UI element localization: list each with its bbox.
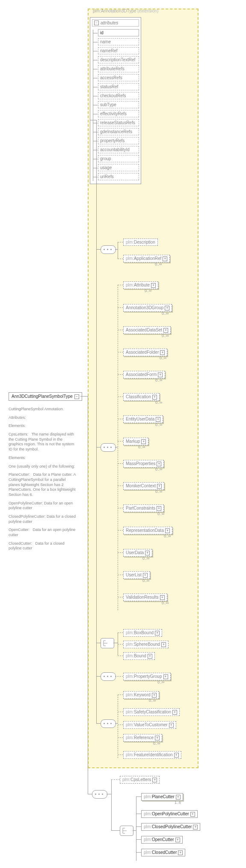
attr-attributerefs[interactable]: attributeRefs bbox=[98, 65, 139, 72]
elem-applicationref[interactable]: plm:ApplicationRef+ bbox=[123, 255, 170, 262]
seq-connector bbox=[101, 245, 116, 254]
attr-usage[interactable]: usage bbox=[98, 164, 139, 171]
expand-icon[interactable]: + bbox=[157, 462, 161, 466]
attr-group[interactable]: group bbox=[98, 155, 139, 162]
collapse-icon[interactable]: − bbox=[94, 21, 99, 25]
description-block: CuttingPlaneSymbol Annotation. Attribute… bbox=[9, 407, 77, 555]
expand-icon[interactable]: + bbox=[158, 373, 163, 377]
attr-nameref[interactable]: nameRef bbox=[98, 47, 139, 54]
expand-icon[interactable]: + bbox=[163, 328, 168, 333]
expand-icon[interactable]: + bbox=[169, 723, 174, 728]
elem-entityuserdata[interactable]: EntityUserData+ bbox=[123, 415, 163, 423]
expand-icon[interactable]: + bbox=[163, 674, 168, 679]
elem-opencutter[interactable]: plm:OpenCutter+ bbox=[141, 836, 183, 844]
expand-icon[interactable]: + bbox=[193, 825, 198, 829]
elem-valuetocustomer[interactable]: plm:ValueToCustomer+ bbox=[123, 721, 176, 729]
expand-icon[interactable]: + bbox=[143, 573, 148, 578]
attr-gdeinstancerefs[interactable]: gdeInstanceRefs bbox=[98, 128, 139, 135]
expand-icon[interactable]: + bbox=[172, 710, 177, 715]
attr-effectivityrefs[interactable]: effectivityRefs bbox=[98, 110, 139, 117]
expand-icon[interactable]: + bbox=[178, 850, 183, 855]
attr-accessrefs[interactable]: accessRefs bbox=[98, 74, 139, 81]
expand-icon[interactable]: + bbox=[155, 736, 160, 740]
desc-p3: CpsLetters: The name displayed with the … bbox=[9, 432, 77, 452]
elem-userdata[interactable]: UserData+ bbox=[123, 549, 152, 557]
elem-bound[interactable]: plm:Bound+ bbox=[123, 652, 155, 660]
expand-icon[interactable]: + bbox=[151, 283, 156, 288]
desc-p2: Elements: bbox=[9, 424, 77, 429]
attributes-box: − attributes idnamenameRefdescriptionTex… bbox=[90, 17, 141, 184]
expand-icon[interactable]: + bbox=[174, 753, 179, 758]
expand-icon[interactable]: + bbox=[165, 528, 170, 533]
elem-classification[interactable]: Classification+ bbox=[123, 393, 160, 401]
elem-boxbound[interactable]: plm:BoxBound+ bbox=[123, 629, 162, 637]
collapse-icon[interactable]: − bbox=[74, 394, 79, 399]
elem-validationresults[interactable]: ValidationResults+ bbox=[123, 594, 167, 601]
expand-icon[interactable]: + bbox=[161, 642, 166, 647]
expand-icon[interactable]: + bbox=[175, 838, 180, 842]
elem-planecutter[interactable]: plm:PlaneCutter+ bbox=[141, 793, 183, 801]
attr-descriptiontextref[interactable]: descriptionTextRef bbox=[98, 56, 139, 63]
attr-statusref[interactable]: statusRef bbox=[98, 83, 139, 90]
root-type[interactable]: Ann3DCuttingPlaneSymbolType− bbox=[9, 392, 82, 401]
elem-cpsletters[interactable]: plm:CpsLetters+ bbox=[120, 776, 160, 784]
expand-icon[interactable]: + bbox=[145, 551, 150, 555]
expand-icon[interactable]: + bbox=[160, 350, 165, 355]
elem-partconstraints[interactable]: PartConstraints+ bbox=[123, 504, 164, 512]
elem-associateddataset[interactable]: AssociatedDataSet+ bbox=[123, 326, 171, 334]
cardinality: 0..∞ bbox=[142, 556, 149, 561]
elem-massproperties[interactable]: MassProperties+ bbox=[123, 460, 164, 468]
attr-propertyrefs[interactable]: propertyRefs bbox=[98, 137, 139, 144]
elem-attribute[interactable]: plm:Attribute+ bbox=[123, 281, 158, 289]
elem-closedpolylinecutter[interactable]: plm:ClosedPolylineCutter+ bbox=[141, 823, 200, 831]
attr-id[interactable]: id bbox=[98, 29, 139, 36]
cardinality: 0..∞ bbox=[162, 334, 169, 338]
expand-icon[interactable]: + bbox=[148, 654, 152, 659]
expand-icon[interactable]: + bbox=[190, 812, 195, 817]
elem-description[interactable]: plm:Description bbox=[123, 239, 158, 246]
root-type-label: Ann3DCuttingPlaneSymbolType bbox=[12, 394, 73, 399]
desc-p9: OpenCutter: Data for an open polyline cu… bbox=[9, 528, 77, 537]
elem-representationdata[interactable]: RepresentationData+ bbox=[123, 527, 172, 534]
elem-markup[interactable]: Markup+ bbox=[123, 438, 148, 445]
expand-icon[interactable]: + bbox=[155, 631, 160, 635]
expand-icon[interactable]: + bbox=[152, 778, 157, 782]
attr-checkoutrefs[interactable]: checkoutRefs bbox=[98, 92, 139, 99]
elem-spherebound[interactable]: plm:SphereBound+ bbox=[123, 641, 169, 648]
cardinality: 0..∞ bbox=[162, 311, 169, 316]
elem-userlist[interactable]: UserList+ bbox=[123, 571, 150, 579]
elem-closedcutter[interactable]: plm:ClosedCutter+ bbox=[141, 849, 185, 856]
expand-icon[interactable]: + bbox=[152, 693, 157, 698]
elem-associatedform[interactable]: AssociatedForm+ bbox=[123, 371, 165, 379]
elem-propertygroup[interactable]: plm:PropertyGroup+ bbox=[123, 673, 171, 680]
expand-icon[interactable]: + bbox=[156, 417, 160, 422]
expand-icon[interactable]: + bbox=[157, 506, 161, 511]
attr-releasestatusrefs[interactable]: releaseStatusRefs bbox=[98, 119, 139, 126]
elem-reference[interactable]: plm:Reference+ bbox=[123, 734, 162, 742]
elem-safetyclassification[interactable]: plm:SafetyClassification+ bbox=[123, 708, 180, 716]
cardinality: 0..∞ bbox=[155, 262, 162, 266]
attr-subtype[interactable]: subType bbox=[98, 101, 139, 108]
elem-annotation3dgroup[interactable]: Annotation3DGroup+ bbox=[123, 304, 172, 312]
choice-connector bbox=[120, 826, 133, 836]
expand-icon[interactable]: + bbox=[141, 439, 146, 444]
attr-accountabilityid[interactable]: accountabilityId bbox=[98, 146, 139, 153]
expand-icon[interactable]: + bbox=[163, 257, 167, 261]
elem-monikercontext[interactable]: MonikerContext+ bbox=[123, 482, 164, 490]
elem-openpolylinecutter[interactable]: plm:OpenPolylineCutter+ bbox=[141, 810, 198, 818]
cardinality: 1..6 bbox=[175, 800, 181, 805]
elem-associatedfolder[interactable]: AssociatedFolder+ bbox=[123, 349, 167, 356]
expand-icon[interactable]: + bbox=[152, 395, 157, 400]
elem-featureidentification[interactable]: plm:FeatureIdentification+ bbox=[123, 751, 181, 759]
desc-p6: PlaneCutter: Data for a Plane cutter. A … bbox=[9, 472, 77, 497]
attributes-header[interactable]: − attributes bbox=[92, 19, 139, 27]
expand-icon[interactable]: + bbox=[165, 306, 169, 310]
expand-icon[interactable]: + bbox=[176, 795, 181, 799]
desc-p5: One (usually only one) of the following: bbox=[9, 464, 77, 469]
attr-urirefs[interactable]: uriRefs bbox=[98, 173, 139, 180]
expand-icon[interactable]: + bbox=[160, 595, 165, 600]
attr-name[interactable]: name bbox=[98, 38, 139, 45]
elem-keyword[interactable]: plm:Keyword+ bbox=[123, 691, 159, 699]
desc-title: CuttingPlaneSymbol Annotation. bbox=[9, 407, 77, 412]
expand-icon[interactable]: + bbox=[157, 484, 162, 489]
